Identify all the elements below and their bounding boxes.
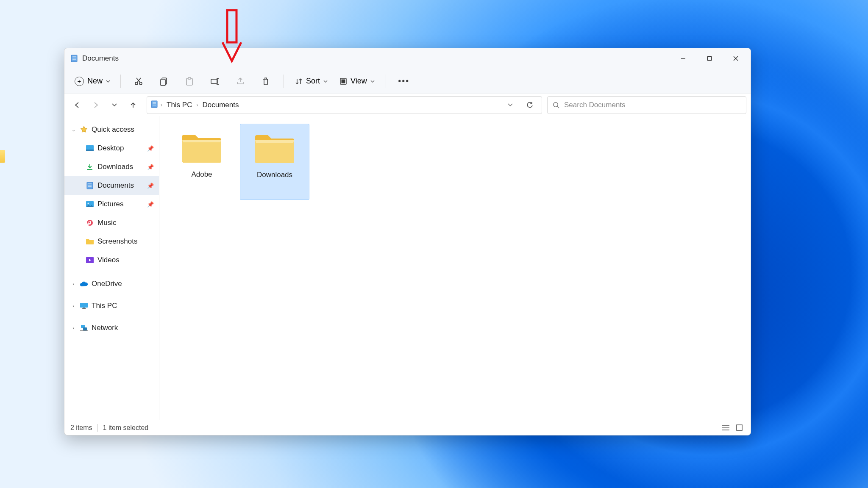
documents-icon	[86, 181, 94, 190]
videos-icon	[86, 256, 94, 264]
refresh-button[interactable]	[521, 97, 538, 114]
sidebar-item-downloads[interactable]: Downloads 📌	[64, 158, 159, 176]
svg-rect-40	[82, 308, 86, 309]
breadcrumb-documents[interactable]: Documents	[200, 100, 240, 110]
recent-dropdown[interactable]	[106, 97, 123, 114]
nav-row: › This PC › Documents	[64, 94, 751, 116]
sidebar-item-videos[interactable]: Videos	[64, 251, 159, 269]
pin-icon: 📌	[147, 164, 154, 170]
file-explorer-window: Documents + New Sort View •••	[64, 48, 751, 435]
folder-label: Adobe	[191, 170, 212, 179]
documents-icon	[150, 100, 158, 110]
status-selected-count: 1 item selected	[103, 424, 149, 432]
copy-button[interactable]	[155, 72, 173, 91]
download-icon	[86, 163, 94, 171]
svg-rect-0	[71, 55, 77, 62]
maximize-button[interactable]	[696, 48, 723, 69]
minimize-button[interactable]	[670, 48, 696, 69]
search-box[interactable]	[547, 96, 746, 114]
view-icon	[339, 78, 347, 85]
folder-icon	[253, 131, 296, 165]
music-icon	[86, 219, 94, 227]
titlebar: Documents	[64, 48, 751, 69]
chevron-down-icon	[370, 80, 375, 83]
sidebar-item-documents[interactable]: Documents 📌	[64, 176, 159, 195]
sidebar-this-pc[interactable]: › This PC	[64, 297, 159, 315]
breadcrumb-this-pc[interactable]: This PC	[165, 100, 194, 110]
cloud-icon	[80, 280, 88, 288]
icons-view-button[interactable]	[734, 422, 745, 433]
sort-icon	[295, 78, 303, 85]
svg-line-11	[136, 78, 140, 83]
svg-rect-48	[227, 10, 236, 42]
close-button[interactable]	[723, 48, 749, 69]
svg-line-10	[137, 78, 141, 83]
svg-rect-21	[342, 79, 345, 83]
window-title: Documents	[82, 54, 119, 63]
rename-button[interactable]	[206, 72, 224, 91]
pin-icon: 📌	[147, 201, 154, 208]
desktop-icon	[86, 144, 94, 152]
svg-rect-22	[151, 101, 157, 108]
search-input[interactable]	[564, 101, 741, 109]
plus-icon: +	[75, 77, 84, 86]
sidebar-quick-access[interactable]: ⌄ Quick access	[64, 120, 159, 139]
back-button[interactable]	[69, 97, 86, 114]
share-button	[231, 72, 250, 91]
svg-rect-15	[188, 78, 191, 79]
annotation-arrow	[220, 9, 244, 64]
cut-button[interactable]	[129, 72, 148, 91]
svg-rect-38	[80, 303, 88, 308]
forward-button	[87, 97, 104, 114]
sidebar-item-screenshots[interactable]: Screenshots	[64, 232, 159, 251]
svg-rect-30	[87, 182, 93, 189]
monitor-icon	[80, 302, 88, 310]
toolbar: + New Sort View •••	[64, 69, 751, 94]
up-button[interactable]	[125, 97, 142, 114]
new-button[interactable]: + New	[70, 74, 115, 89]
chevron-down-icon	[323, 80, 328, 83]
network-icon	[80, 324, 88, 332]
svg-rect-13	[161, 79, 165, 86]
chevron-right-icon: ›	[161, 102, 162, 108]
chevron-right-icon: ›	[70, 281, 76, 286]
folder-adobe[interactable]: Adobe	[167, 124, 236, 200]
address-dropdown[interactable]	[502, 97, 519, 114]
svg-rect-5	[708, 57, 712, 61]
pin-icon: 📌	[147, 145, 154, 152]
folder-icon	[86, 237, 94, 246]
svg-rect-39	[83, 308, 85, 308]
status-bar: 2 items 1 item selected	[64, 420, 751, 435]
svg-rect-47	[737, 425, 742, 430]
content-area[interactable]: Adobe Downloads	[159, 116, 751, 420]
desktop-folder-edge	[0, 150, 5, 163]
delete-button[interactable]	[256, 72, 275, 91]
svg-rect-29	[86, 150, 94, 151]
pictures-icon	[86, 200, 94, 208]
new-label: New	[87, 77, 103, 86]
svg-point-26	[554, 102, 558, 106]
sidebar-network[interactable]: › Network	[64, 319, 159, 337]
view-button[interactable]: View	[335, 74, 379, 88]
chevron-down-icon: ⌄	[70, 127, 76, 133]
sidebar-item-desktop[interactable]: Desktop 📌	[64, 139, 159, 158]
svg-rect-42	[83, 327, 87, 330]
status-item-count: 2 items	[70, 424, 92, 432]
chevron-right-icon: ›	[70, 325, 76, 330]
sidebar-item-music[interactable]: Music	[64, 214, 159, 232]
more-button[interactable]: •••	[395, 72, 413, 91]
documents-icon	[70, 55, 78, 62]
star-icon	[80, 125, 88, 134]
address-bar[interactable]: › This PC › Documents	[147, 96, 542, 114]
sort-button[interactable]: Sort	[291, 74, 332, 88]
search-icon	[553, 102, 560, 109]
sidebar-item-pictures[interactable]: Pictures 📌	[64, 195, 159, 214]
chevron-down-icon	[106, 80, 110, 83]
svg-rect-41	[81, 325, 85, 328]
sidebar: ⌄ Quick access Desktop 📌 Downloads 📌 Doc…	[64, 116, 159, 420]
folder-downloads[interactable]: Downloads	[240, 124, 309, 200]
folder-label: Downloads	[257, 171, 292, 179]
sidebar-onedrive[interactable]: › OneDrive	[64, 274, 159, 293]
chevron-right-icon: ›	[70, 303, 76, 308]
details-view-button[interactable]	[720, 422, 731, 433]
